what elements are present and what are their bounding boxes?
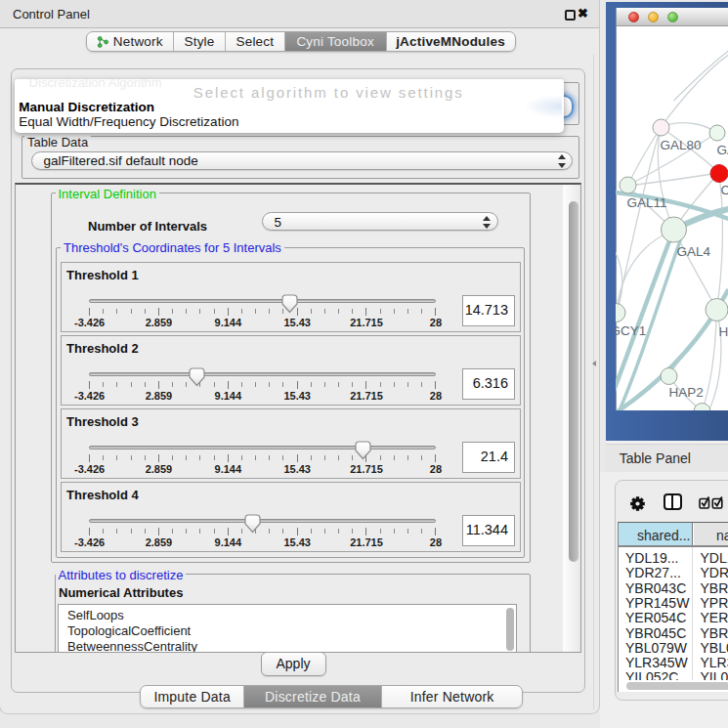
svg-text:GAL80: GAL80	[660, 138, 701, 152]
svg-text:HIS4: HIS4	[718, 324, 728, 339]
svg-text:GAL4: GAL4	[676, 244, 710, 259]
svg-text:GAL11: GAL11	[626, 195, 666, 210]
svg-text:GCY1: GCY1	[616, 323, 646, 338]
svg-text:CDC1: CDC1	[720, 183, 728, 197]
svg-text:HAP2: HAP2	[668, 385, 703, 400]
svg-text:GAL3: GAL3	[716, 143, 728, 157]
